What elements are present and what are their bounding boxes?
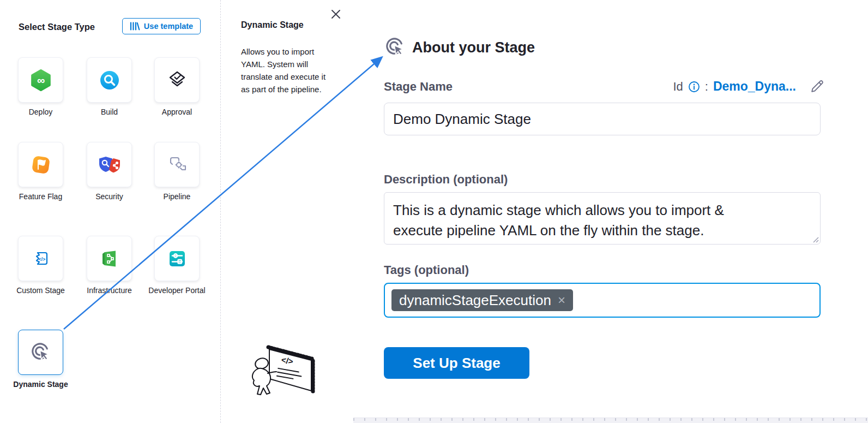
stage-option-developer-portal[interactable]: Developer Portal [143, 236, 210, 296]
stage-label-approval: Approval [143, 108, 210, 117]
custom-stage-icon: </> [30, 248, 52, 270]
stage-label-build: Build [76, 108, 143, 117]
panel-divider [220, 0, 221, 423]
stage-option-infrastructure[interactable]: Infrastructure [76, 236, 143, 296]
tags-label: Tags (optional) [384, 263, 469, 277]
stage-option-custom-stage[interactable]: </> Custom Stage [7, 236, 74, 296]
info-panel-title: Dynamic Stage [241, 20, 304, 30]
dynamic-stage-icon [384, 36, 407, 59]
stage-card-custom-stage[interactable]: </> [18, 236, 63, 281]
stage-option-security[interactable]: Security [76, 142, 143, 202]
pipeline-icon [166, 154, 188, 176]
stage-option-deploy[interactable]: ∞ Deploy [7, 57, 74, 117]
stage-card-deploy[interactable]: ∞ [18, 57, 63, 103]
info-panel-description: Allows you to import YAML. System will t… [241, 45, 335, 96]
stage-setup-screen: Select Stage Type Use template ∞ [0, 0, 868, 423]
feature-flag-icon [30, 154, 52, 176]
stage-card-dynamic-stage[interactable] [18, 330, 63, 375]
stage-name-input[interactable] [384, 103, 821, 135]
canvas-ruler-ticks [353, 418, 868, 421]
use-template-button[interactable]: Use template [122, 18, 201, 34]
panel-title: Select Stage Type [19, 22, 95, 32]
stage-card-developer-portal[interactable] [154, 236, 200, 281]
stage-id-value[interactable]: Demo_Dyna... [713, 79, 796, 94]
description-label: Description (optional) [384, 172, 508, 187]
dynamic-stage-icon [29, 341, 52, 364]
tag-remove-icon[interactable]: × [558, 294, 565, 307]
select-stage-type-panel: Select Stage Type Use template ∞ [0, 0, 220, 423]
stage-option-build[interactable]: Build [76, 57, 143, 117]
stage-label-developer-portal: Developer Portal [143, 286, 210, 296]
approval-icon [166, 69, 188, 91]
tags-input[interactable]: dynamicStageExecution × [384, 283, 821, 318]
description-field-wrap: This is a dynamic stage which allows you… [384, 192, 821, 245]
id-label: Id [673, 80, 683, 94]
template-library-icon [130, 21, 140, 31]
build-icon [99, 69, 120, 91]
stage-option-approval[interactable]: Approval [143, 57, 210, 117]
stage-card-pipeline[interactable] [154, 142, 200, 187]
info-icon[interactable] [688, 81, 700, 93]
stage-id-group: Id : Demo_Dyna... [673, 79, 824, 94]
deploy-icon: ∞ [29, 69, 52, 92]
tag-chip-label: dynamicStageExecution [399, 292, 551, 309]
stage-option-feature-flag[interactable]: Feature Flag [7, 142, 74, 202]
developer-portal-icon [166, 248, 188, 270]
stage-label-infrastructure: Infrastructure [76, 286, 143, 296]
infrastructure-icon [99, 248, 120, 270]
about-title: About your Stage [412, 39, 535, 56]
set-up-stage-button[interactable]: Set Up Stage [384, 347, 529, 379]
pipeline-canvas-edge [353, 418, 868, 423]
close-icon[interactable] [330, 8, 342, 20]
security-icon [98, 154, 121, 176]
stage-label-custom-stage: Custom Stage [7, 286, 74, 296]
svg-text:∞: ∞ [37, 74, 44, 86]
tag-chip: dynamicStageExecution × [391, 289, 573, 311]
description-textarea[interactable]: This is a dynamic stage which allows you… [384, 192, 821, 245]
stage-label-deploy: Deploy [7, 108, 74, 117]
stage-card-infrastructure[interactable] [87, 236, 132, 281]
stage-card-build[interactable] [87, 57, 132, 103]
id-colon: : [705, 80, 708, 94]
stage-card-feature-flag[interactable] [18, 142, 63, 187]
edit-id-pencil-icon[interactable] [810, 79, 824, 94]
stage-label-feature-flag: Feature Flag [7, 192, 74, 202]
stage-name-label: Stage Name [384, 80, 453, 94]
stage-label-security: Security [76, 192, 143, 202]
stage-card-security[interactable] [87, 142, 132, 187]
stage-label-pipeline: Pipeline [143, 192, 210, 202]
use-template-label: Use template [144, 22, 193, 31]
stage-label-dynamic-stage: Dynamic Stage [7, 380, 74, 390]
stage-option-pipeline[interactable]: Pipeline [143, 142, 210, 202]
code-glyph: </> [38, 256, 45, 261]
stage-option-dynamic-stage[interactable]: Dynamic Stage [7, 330, 74, 390]
stage-card-approval[interactable] [154, 57, 200, 103]
presentation-illustration: </> [250, 342, 320, 401]
